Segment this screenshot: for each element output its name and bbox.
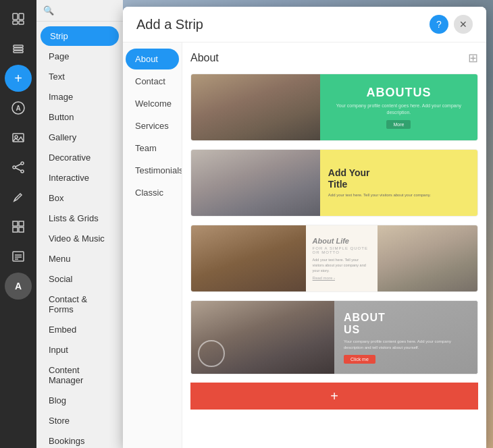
add-more-icon: + [330,389,338,404]
sidebar-icon-pages[interactable] [5,5,32,32]
panel-item-image[interactable]: Image [39,87,120,107]
tpl4-content-right: ABOUTUS Your company profile content goe… [334,301,477,374]
section-header: About ⊞ [190,51,478,65]
category-services[interactable]: Services [126,115,179,136]
svg-line-14 [16,164,21,167]
close-button[interactable]: ✕ [454,15,473,34]
panel-item-interactive[interactable]: Interactive [39,168,120,188]
tpl3-link[interactable]: Read more › [313,276,371,280]
sidebar-icon-add[interactable]: + [5,65,32,92]
modal-header: Add a Strip ? ✕ [123,7,486,43]
tpl4-description: Your company profile content goes here. … [344,339,468,351]
panel-item-bookings[interactable]: Bookings [39,431,120,448]
templates-area: About ⊞ ABOUTUS Your company profile con… [182,43,486,448]
sidebar-icon-account[interactable]: A [5,273,32,300]
panel-item-input[interactable]: Input [39,340,120,360]
search-input[interactable] [57,5,116,16]
panel-list: Strip Page Text Image Button Gallery Dec… [36,22,123,448]
search-bar: 🔍 [36,0,123,22]
tpl2-background-image [191,150,320,216]
svg-point-11 [13,166,16,169]
svg-rect-3 [19,21,24,24]
sidebar-icon-logo[interactable]: A [5,94,32,121]
svg-rect-2 [13,21,18,24]
panel-item-embed[interactable]: Embed [39,320,120,339]
category-welcome[interactable]: Welcome [126,93,179,114]
panel-item-store[interactable]: Store [39,411,120,430]
tpl2-description: Add your text here. Tell your visitors a… [328,192,469,198]
modal-header-actions: ? ✕ [430,15,473,34]
modal-title: Add a Strip [136,17,203,32]
template-card-about-life[interactable]: About Life FOR A SIMPLE QUOTE OR MOTTO A… [190,225,478,292]
sidebar-icon-social[interactable] [5,154,32,181]
tpl1-content-right: ABOUTUS Your company profile content goe… [320,74,477,140]
panel-item-contact-forms[interactable]: Contact & Forms [39,289,120,319]
category-contact[interactable]: Contact [126,71,179,92]
template-card-about-dark[interactable]: ABOUTUS Your company profile content goe… [190,300,478,374]
svg-rect-17 [13,221,18,226]
layout-toggle-icon[interactable]: ⊞ [468,51,478,65]
tpl3-subtitle: FOR A SIMPLE QUOTE OR MOTTO [313,246,371,254]
modal-area: Add a Strip ? ✕ About Contact Welcome Se… [123,7,486,448]
tpl4-title: ABOUTUS [344,312,468,336]
panel-item-page[interactable]: Page [39,47,120,66]
tpl2-title: Add YourTitle [328,167,469,190]
tpl3-image-left [191,225,306,291]
panel-item-box[interactable]: Box [39,188,120,208]
tpl1-button[interactable]: More [386,120,411,129]
svg-rect-5 [14,48,23,50]
tpl1-background-image [191,74,320,140]
category-about[interactable]: About [126,49,179,69]
panel-sidebar: 🔍 Strip Page Text Image Button Gallery D… [36,0,123,448]
svg-text:A: A [16,105,20,112]
panel-item-content-manager[interactable]: Content Manager [39,360,120,390]
icon-sidebar: + A A [0,0,36,448]
sidebar-icon-media[interactable] [5,124,32,151]
template-card-about-green[interactable]: ABOUTUS Your company profile content goe… [190,74,478,141]
panel-item-text[interactable]: Text [39,67,120,86]
panel-item-lists-grids[interactable]: Lists & Grids [39,208,120,228]
svg-rect-0 [13,13,18,20]
panel-item-decorative[interactable]: Decorative [39,148,120,167]
tpl1-title: ABOUTUS [366,86,431,100]
panel-item-blog[interactable]: Blog [39,391,120,410]
panel-item-social[interactable]: Social [39,269,120,289]
tpl4-image-left [191,301,334,374]
section-title: About [190,52,219,64]
tpl3-image-right [378,225,477,291]
add-more-button[interactable]: + [190,383,478,410]
tpl1-image-left [191,74,320,140]
sidebar-icon-grid[interactable] [5,213,32,240]
svg-rect-4 [14,45,23,47]
template-card-about-yellow[interactable]: Add YourTitle Add your text here. Tell y… [190,149,478,217]
category-team[interactable]: Team [126,138,179,159]
svg-rect-6 [14,51,23,53]
panel-item-menu[interactable]: Menu [39,249,120,269]
panel-item-video-music[interactable]: Video & Music [39,229,120,248]
svg-point-12 [21,162,24,165]
svg-point-13 [21,170,24,173]
sidebar-icon-blog[interactable] [5,243,32,270]
modal-category-nav: About Contact Welcome Services Team Test… [123,43,182,448]
tpl3-description: Add your text here. Tell your visitors a… [313,257,371,274]
sidebar-icon-layers[interactable] [5,35,32,62]
tpl4-button[interactable]: Click me [344,355,375,364]
panel-item-strip[interactable]: Strip [41,26,119,46]
category-testimonials[interactable]: Testimonials [126,160,179,181]
tpl2-image-left [191,150,320,216]
help-button[interactable]: ? [430,15,448,34]
app-container: + A A 🔍 Strip Page Text Image [0,0,493,448]
category-classic[interactable]: Classic [126,182,179,203]
svg-rect-21 [13,252,24,261]
panel-item-gallery[interactable]: Gallery [39,128,120,147]
svg-rect-20 [19,227,24,232]
tpl1-description: Your company profile content goes here. … [326,103,472,116]
sidebar-icon-pen[interactable] [5,184,32,211]
tpl1-title-bold: US [413,86,431,99]
tpl3-title: About Life [313,237,371,245]
panel-item-button[interactable]: Button [39,107,120,127]
tpl2-content-right: Add YourTitle Add your text here. Tell y… [320,150,477,216]
svg-rect-19 [13,227,18,232]
svg-rect-18 [19,221,24,226]
modal-content: About Contact Welcome Services Team Test… [123,43,486,448]
